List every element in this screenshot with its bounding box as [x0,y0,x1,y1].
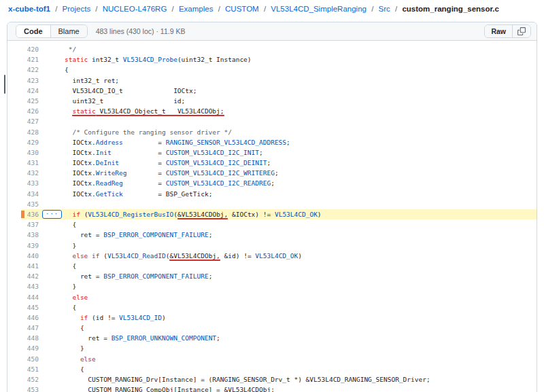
line-number[interactable]: 447 [21,323,39,333]
breadcrumb-link-simpleranging[interactable]: VL53L4CD_SimpleRanging [271,5,367,13]
code-line: 433 IOCtx.ReadReg = CUSTOM_VL53L4CD_I2C_… [21,178,537,188]
line-number[interactable]: 422 [21,65,39,75]
line-number[interactable]: 421 [21,54,39,65]
code-segment [65,293,72,301]
code-segment: BSP_GetTick; [166,190,213,198]
gutter [39,86,65,96]
code-segment: IOCtx. [65,179,96,187]
code-segment: BSP_ERROR_COMPONENT_FAILURE [103,272,208,280]
line-number[interactable]: 451 [21,364,39,374]
line-number[interactable]: 438 [21,230,39,240]
breadcrumb-link-projects[interactable]: Projects [63,5,91,13]
line-number[interactable]: 449 [21,343,39,353]
code-line: 420 */ [21,44,537,54]
code-segment: ; [216,334,220,342]
code-segment: IOCtx. [65,139,96,146]
line-number[interactable]: 441 [21,261,39,271]
breadcrumb-separator: / [264,5,266,13]
breadcrumb-link-examples[interactable]: Examples [179,5,214,13]
line-number[interactable]: 452 [21,374,39,385]
code-segment: CUSTOM_RANGING_CompObj[Instance] = &VL53… [65,386,275,392]
line-number[interactable]: 427 [21,116,39,126]
line-number[interactable]: 444 [21,292,39,302]
code-text: } [65,344,84,352]
code-text: CUSTOM_RANGING_CompObj[Instance] = &VL53… [65,386,275,392]
code-line: 439 } [21,240,537,251]
line-number[interactable]: 429 [21,137,39,147]
code-segment: if [80,314,88,321]
gutter [39,127,65,137]
code-text: IOCtx.ReadReg = CUSTOM_VL53L4CD_I2C_READ… [65,179,275,187]
code-line: 426 static VL53L4CD_Object_t VL53L4CDObj… [21,106,537,116]
breadcrumb-link-nucleo[interactable]: NUCLEO-L476RG [103,5,167,13]
code-text: { [65,221,76,228]
code-line: 438 ret = BSP_ERROR_COMPONENT_FAILURE; [21,230,537,240]
line-number[interactable]: 431 [21,158,39,168]
breadcrumb-separator: / [55,5,57,13]
line-number[interactable]: 420 [21,44,39,54]
gutter [39,292,65,302]
code-line: 437 { [21,219,537,230]
line-number[interactable]: 439 [21,240,39,251]
code-segment: CUSTOM_VL53L4CD_I2C_INIT [166,149,259,156]
code-segment: &IOCtx) != [228,211,275,218]
breadcrumb-link-src[interactable]: Src [379,5,390,13]
gutter: ··· [39,209,65,219]
code-segment: ) [298,252,302,260]
gutter [39,313,65,323]
tab-blame[interactable]: Blame [51,25,87,37]
line-number[interactable]: 423 [21,75,39,86]
code-segment [65,107,72,115]
code-segment: BSP_ERROR_COMPONENT_FAILURE [103,231,208,238]
line-number[interactable]: 450 [21,354,39,364]
line-number[interactable]: 445 [21,302,39,313]
gutter [39,302,65,313]
line-number[interactable]: 430 [21,147,39,158]
code-segment: IOCtx. [65,190,96,198]
code-text: IOCtx.WriteReg = CUSTOM_VL53L4CD_I2C_WRI… [65,169,279,177]
code-text: } [65,283,76,290]
code-segment: ( [80,211,88,218]
code-segment: { [65,221,76,228]
line-number[interactable]: 436 [21,209,39,219]
gutter [39,343,65,353]
code-text: IOCtx.DeInit = CUSTOM_VL53L4CD_I2C_DEINI… [65,159,271,166]
code-text: { [65,324,84,332]
line-number[interactable]: 434 [21,189,39,199]
gutter [39,189,65,199]
line-number[interactable]: 425 [21,96,39,106]
line-actions-kebab-button[interactable]: ··· [42,210,62,219]
line-number[interactable]: 437 [21,219,39,230]
red-annotated-code: &VL53L4CDObj, [177,211,228,219]
raw-button[interactable]: Raw [485,25,513,37]
line-number[interactable]: 428 [21,127,39,137]
code-line: 421static int32_t VL53L4CD_Probe(uint32_… [21,54,537,65]
code-line: 428 /* Configure the ranging sensor driv… [21,127,537,137]
tab-code[interactable]: Code [16,25,51,37]
copy-button[interactable] [513,25,530,37]
code-segment: ) [318,211,322,218]
line-number[interactable]: 432 [21,168,39,178]
scrollbar-thumb[interactable] [4,75,5,94]
code-segment: ; [259,149,263,156]
breadcrumb-repo-link[interactable]: x-cube-tof1 [8,5,50,13]
code-segment: ; [209,272,213,280]
line-number[interactable]: 424 [21,86,39,96]
code-line: 451 { [21,364,537,374]
breadcrumb-link-custom[interactable]: CUSTOM [225,5,259,13]
gutter [39,147,65,158]
line-number[interactable]: 453 [21,385,39,392]
line-number[interactable]: 440 [21,251,39,261]
line-number[interactable]: 426 [21,106,39,116]
code-text: CUSTOM_RANGING_Drv[Instance] = (RANGING_… [65,376,430,383]
line-number[interactable]: 442 [21,271,39,281]
line-number[interactable]: 433 [21,178,39,188]
line-number[interactable]: 443 [21,281,39,291]
line-number[interactable]: 446 [21,313,39,323]
line-number[interactable]: 448 [21,333,39,343]
gutter [39,158,65,168]
line-number[interactable]: 435 [21,199,39,209]
breadcrumb-file-name: custom_ranging_sensor.c [402,5,499,13]
code-text: int32_t ret; [65,77,119,84]
code-segment: VL53L4CD_OK [255,252,298,260]
